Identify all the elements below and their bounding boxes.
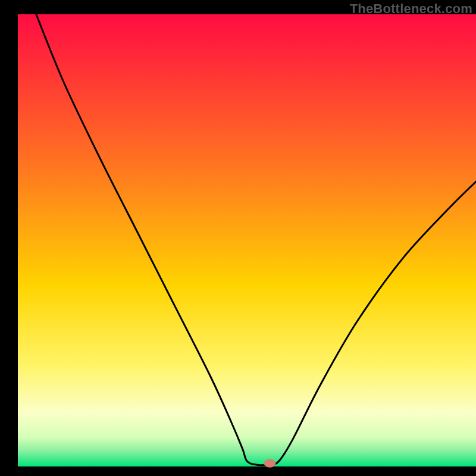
watermark-text: TheBottleneck.com [350,1,472,17]
optimal-marker [264,459,276,468]
chart-frame: TheBottleneck.com [0,0,476,476]
plot-background [18,14,476,466]
bottleneck-chart [0,0,476,476]
